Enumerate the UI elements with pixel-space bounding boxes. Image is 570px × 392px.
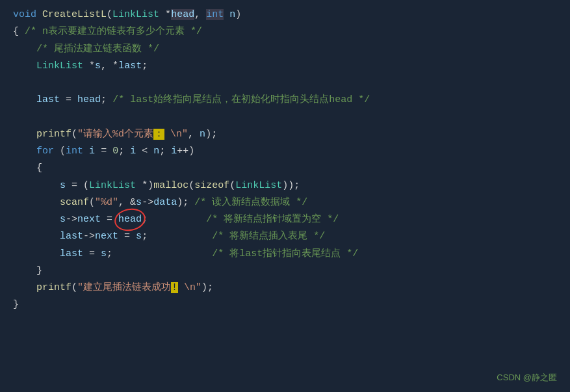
code-line-3: /* 尾插法建立链表函数 */ bbox=[13, 41, 557, 58]
code-editor: void CreateListL(LinkList *head, int n) … bbox=[0, 0, 570, 392]
code-line-9: for (int i = 0; i < n; i++) bbox=[13, 143, 557, 160]
code-line-6: last = head; /* last始终指向尾结点，在初始化时指向头结点he… bbox=[13, 92, 557, 109]
code-line-15: last = s; /* 将last指针指向表尾结点 */ bbox=[13, 246, 557, 263]
code-line-12: scanf("%d", &s->data); /* 读入新结点数据域 */ bbox=[13, 194, 557, 211]
code-line-7 bbox=[13, 109, 557, 126]
code-line-4: LinkList *s, *last; bbox=[13, 58, 557, 75]
code-line-8: printf("请输入%d个元素： \n", n); bbox=[13, 126, 557, 143]
code-line-2: { /* n表示要建立的链表有多少个元素 */ bbox=[13, 23, 557, 40]
code-line-13: s->next = head; /* 将新结点指针域置为空 */ bbox=[13, 211, 557, 228]
code-line-17: printf("建立尾插法链表成功! \n"); bbox=[13, 280, 557, 296]
code-line-10: { bbox=[13, 160, 557, 177]
code-line-18: } bbox=[13, 296, 557, 313]
code-line-16: } bbox=[13, 263, 557, 280]
watermark-text: CSDN @静之匿 bbox=[497, 371, 557, 385]
code-line-5 bbox=[13, 75, 557, 92]
code-line-14: last->next = s; /* 将新结点插入表尾 */ bbox=[13, 228, 557, 245]
code-line-11: s = (LinkList *)malloc(sizeof(LinkList))… bbox=[13, 177, 557, 194]
code-line-1: void CreateListL(LinkList *head, int n) bbox=[13, 7, 557, 23]
